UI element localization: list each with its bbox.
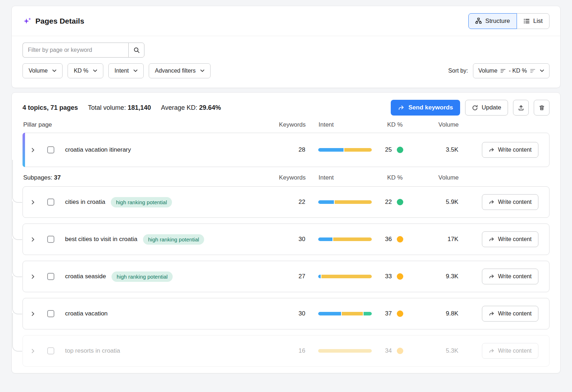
table-header: Pillar page Keywords Intent KD % Volume [23,121,549,128]
kd-value: 36 [372,236,392,243]
filter-row: Volume KD % Intent [23,63,549,78]
expand-chevron[interactable] [23,312,43,316]
summary-stats: 4 topics, 71 pages Total volume: 181,140… [23,104,221,112]
write-content-label: Write content [498,310,532,317]
row-checkbox[interactable] [47,347,54,354]
volume-filter-dropdown[interactable]: Volume [23,63,63,78]
expand-chevron[interactable] [23,200,43,205]
kd-cell: 33 [372,273,413,280]
pillar-title: croatia vacation itinerary [65,146,131,153]
page-title: Pages Details [35,17,84,25]
advanced-filters-label: Advanced filters [155,68,196,74]
forward-arrow-icon [489,200,494,205]
search-input[interactable] [23,43,128,58]
list-label: List [533,18,543,25]
sort-primary-label: Volume [478,68,497,74]
subpage-row-wrap: croatia seaside high ranking potential 2… [23,261,549,292]
sort-secondary-label: - KD % [509,68,527,74]
sort-descending-icon [530,69,535,73]
kd-dot [397,236,403,242]
intent-filter-dropdown[interactable]: Intent [108,63,144,78]
chevron-down-icon [200,69,204,72]
intent-bar [318,349,372,353]
keywords-value: 22 [273,199,305,206]
send-keywords-button[interactable]: Send keywords [391,100,460,116]
chevron-down-icon [540,69,544,72]
total-volume-stat: Total volume: 181,140 [88,104,151,112]
pillar-keywords-value: 28 [273,146,305,153]
kd-value: 34 [372,347,392,354]
update-button[interactable]: Update [465,100,508,116]
write-content-label: Write content [498,147,532,153]
search-row [23,43,549,58]
sort-select[interactable]: Volume - KD % [473,63,549,78]
write-content-button[interactable]: Write content [482,343,538,359]
volume-filter-label: Volume [29,68,48,74]
expand-chevron[interactable] [23,349,43,353]
write-content-label: Write content [498,273,532,280]
subpage-title: croatia seaside [65,273,106,280]
subpage-title: best cities to visit in croatia [65,236,137,243]
row-checkbox[interactable] [47,199,54,206]
write-content-button[interactable]: Write content [482,231,538,247]
pillar-checkbox[interactable] [47,146,54,153]
intent-header: Intent [319,121,372,128]
kd-value: 37 [372,310,392,317]
chevron-down-icon [93,69,97,72]
write-content-button[interactable]: Write content [482,269,538,284]
subpage-row: top resorts in croatia 16 34 5.3K Writ [23,335,549,367]
subpage-row: croatia seaside high ranking potential 2… [23,261,549,292]
subpage-row-wrap: best cities to visit in croatia high ran… [23,224,549,255]
ranking-potential-badge: high ranking potential [112,271,173,282]
intent-bar [318,200,372,204]
structure-label: Structure [485,18,510,25]
panel-header: Pages Details Structure [12,6,560,36]
write-content-label: Write content [498,199,532,205]
kd-cell: 36 [372,236,413,243]
search-button[interactable] [128,43,144,58]
summary-actions: Send keywords Update [391,100,549,116]
intent-filter-label: Intent [114,68,129,74]
sort-wrap: Sort by: Volume - KD % [448,63,549,78]
subpage-row: cities in croatia high ranking potential… [23,186,549,218]
filters-panel: Pages Details Structure [11,6,561,88]
kd-filter-dropdown[interactable]: KD % [68,63,103,78]
pillar-kd-dot [397,147,403,153]
subpages-count-label: Subpages: 37 [23,174,273,181]
row-checkbox[interactable] [47,273,54,280]
advanced-filters-dropdown[interactable]: Advanced filters [149,63,211,78]
view-toggle: Structure List [468,13,549,29]
intent-bar [318,237,372,241]
list-view-button[interactable]: List [517,13,549,29]
subpages-header: Subpages: 37 Keywords Intent KD % Volume [23,174,549,181]
list-icon [523,18,530,24]
chevron-down-icon [133,69,138,72]
pillar-accent-bar [23,133,25,167]
chevron-down-icon [52,69,56,72]
export-button[interactable] [513,100,529,116]
pillar-expand-chevron[interactable] [23,148,43,152]
expand-chevron[interactable] [23,237,43,242]
average-kd-stat: Average KD: 29.64% [161,104,221,112]
write-content-button[interactable]: Write content [482,194,538,210]
write-content-label: Write content [498,236,532,242]
keywords-value: 16 [273,347,305,354]
write-content-button[interactable]: Write content [482,306,538,322]
volume-value: 5.9K [413,199,463,206]
write-content-button[interactable]: Write content [482,142,538,158]
row-checkbox[interactable] [47,236,54,243]
row-checkbox[interactable] [47,310,54,317]
intent-bar [318,312,372,315]
volume-value: 17K [413,236,463,243]
delete-button[interactable] [534,100,549,116]
expand-chevron[interactable] [23,274,43,279]
trash-icon [539,105,545,111]
forward-arrow-icon [489,311,494,316]
keywords-value: 30 [273,310,305,317]
keywords-header: Keywords [273,121,306,128]
forward-arrow-icon [489,237,494,242]
forward-arrow-icon [398,105,404,111]
title-wrap: Pages Details [23,16,84,26]
pillar-intent-bar [318,148,372,152]
structure-view-button[interactable]: Structure [468,13,517,29]
